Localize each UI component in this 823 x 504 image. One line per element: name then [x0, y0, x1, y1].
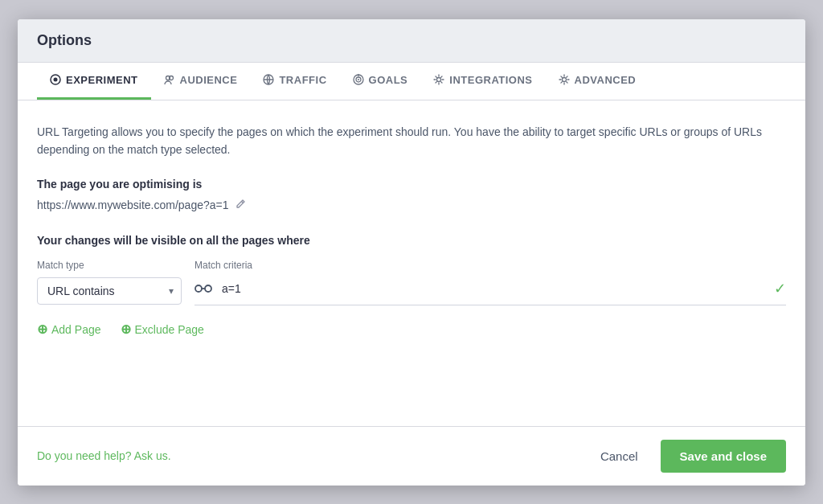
exclude-page-button[interactable]: ⊕ Exclude Page: [121, 322, 204, 337]
tab-experiment[interactable]: EXPERIMENT: [37, 63, 151, 100]
criteria-input[interactable]: [219, 277, 768, 300]
tab-integrations[interactable]: INTEGRATIONS: [420, 63, 545, 100]
add-page-icon: ⊕: [37, 322, 47, 337]
save-close-button[interactable]: Save and close: [661, 440, 786, 473]
tab-audience-label: AUDIENCE: [180, 74, 238, 86]
tab-experiment-label: EXPERIMENT: [66, 74, 138, 86]
svg-rect-13: [195, 285, 202, 292]
help-link[interactable]: Do you need help? Ask us.: [37, 449, 171, 462]
match-type-select[interactable]: URL contains URL equals URL starts with …: [37, 277, 182, 305]
audience-icon: [164, 74, 175, 85]
svg-point-8: [358, 79, 359, 80]
experiment-icon: [50, 74, 61, 85]
match-type-select-wrapper: URL contains URL equals URL starts with …: [37, 277, 182, 305]
description-text: URL Targeting allows you to specify the …: [37, 123, 786, 159]
tab-goals[interactable]: GOALS: [340, 63, 421, 100]
tab-advanced[interactable]: ADVANCED: [546, 63, 649, 100]
exclude-page-label: Exclude Page: [135, 323, 204, 336]
tab-audience[interactable]: AUDIENCE: [151, 63, 251, 100]
edit-url-icon[interactable]: [235, 199, 246, 211]
goals-icon: [353, 74, 364, 85]
match-criteria-field: Match criteria ✓: [194, 260, 786, 305]
valid-check-icon: ✓: [774, 280, 786, 297]
svg-point-11: [562, 78, 566, 82]
url-display: https://www.mywebsite.com/page?a=1: [37, 199, 786, 211]
optimising-label: The page you are optimising is: [37, 178, 786, 191]
modal-title: Options: [37, 32, 92, 48]
modal-body: URL Targeting allows you to specify the …: [18, 100, 805, 426]
tab-traffic[interactable]: TRAFFIC: [250, 63, 339, 100]
tab-integrations-label: INTEGRATIONS: [449, 74, 532, 86]
svg-point-10: [437, 78, 441, 82]
changes-label: Your changes will be visible on all the …: [37, 234, 786, 247]
modal: Options EXPERIMENT AUDIENCE: [18, 19, 805, 486]
add-page-label: Add Page: [51, 323, 101, 336]
svg-rect-14: [205, 285, 211, 292]
criteria-input-row: ✓: [194, 277, 786, 305]
tab-traffic-label: TRAFFIC: [279, 74, 326, 86]
match-type-field: Match type URL contains URL equals URL s…: [37, 260, 182, 305]
tab-advanced-label: ADVANCED: [575, 74, 637, 86]
match-criteria-label: Match criteria: [194, 260, 786, 271]
svg-point-1: [54, 78, 58, 82]
criteria-row: Match type URL contains URL equals URL s…: [37, 260, 786, 305]
chain-link-icon: [194, 282, 212, 295]
exclude-page-icon: ⊕: [121, 322, 131, 337]
add-page-button[interactable]: ⊕ Add Page: [37, 322, 101, 337]
modal-header: Options: [18, 19, 805, 63]
tab-goals-label: GOALS: [369, 74, 408, 86]
match-type-label: Match type: [37, 260, 182, 271]
tab-bar: EXPERIMENT AUDIENCE TRAFFIC: [18, 63, 805, 100]
traffic-icon: [263, 74, 274, 85]
advanced-icon: [559, 74, 570, 85]
optimising-url: https://www.mywebsite.com/page?a=1: [37, 199, 229, 211]
footer-buttons: Cancel Save and close: [588, 440, 786, 473]
actions-row: ⊕ Add Page ⊕ Exclude Page: [37, 322, 786, 337]
cancel-button[interactable]: Cancel: [588, 441, 651, 471]
modal-footer: Do you need help? Ask us. Cancel Save an…: [18, 426, 805, 486]
svg-line-12: [241, 202, 243, 203]
integrations-icon: [433, 74, 444, 85]
